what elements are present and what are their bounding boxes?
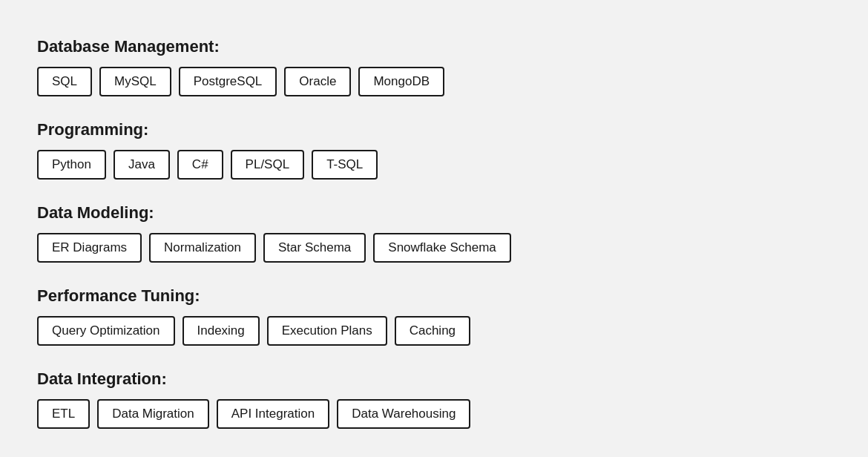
tag-star-schema: Star Schema (263, 233, 366, 263)
tags-programming: PythonJavaC#PL/SQLT-SQL (37, 150, 831, 180)
section-title-data-integration: Data Integration: (37, 369, 831, 389)
tag-data-migration: Data Migration (97, 399, 209, 429)
section-title-database-management: Database Management: (37, 37, 831, 56)
tag-java: Java (114, 150, 170, 180)
tag-postgresql: PostgreSQL (179, 67, 277, 96)
tag-api-integration: API Integration (217, 399, 329, 429)
tag-oracle: Oracle (284, 67, 351, 96)
tag-mysql: MySQL (99, 67, 171, 96)
main-content: Database Management:SQLMySQLPostgreSQLOr… (0, 0, 868, 457)
section-database-management: Database Management:SQLMySQLPostgreSQLOr… (37, 37, 831, 96)
tags-performance-tuning: Query OptimizationIndexingExecution Plan… (37, 316, 831, 346)
tag-sql: SQL (37, 67, 92, 96)
tag-snowflake-schema: Snowflake Schema (373, 233, 511, 263)
section-performance-tuning: Performance Tuning:Query OptimizationInd… (37, 286, 831, 346)
tags-database-management: SQLMySQLPostgreSQLOracleMongoDB (37, 67, 831, 96)
section-title-data-modeling: Data Modeling: (37, 203, 831, 223)
tag-mongodb: MongoDB (358, 67, 444, 96)
tag-t-sql: T-SQL (312, 150, 378, 180)
tag-pl-sql: PL/SQL (231, 150, 305, 180)
tag-caching: Caching (395, 316, 470, 346)
section-data-integration: Data Integration:ETLData MigrationAPI In… (37, 369, 831, 429)
section-title-programming: Programming: (37, 120, 831, 139)
tag-data-warehousing: Data Warehousing (337, 399, 470, 429)
tag-indexing: Indexing (183, 316, 260, 346)
tag-etl: ETL (37, 399, 90, 429)
tag-query-optimization: Query Optimization (37, 316, 175, 346)
tag-python: Python (37, 150, 106, 180)
section-title-performance-tuning: Performance Tuning: (37, 286, 831, 306)
tag-c-: C# (177, 150, 223, 180)
tag-normalization: Normalization (149, 233, 256, 263)
tag-er-diagrams: ER Diagrams (37, 233, 142, 263)
section-programming: Programming:PythonJavaC#PL/SQLT-SQL (37, 120, 831, 180)
tags-data-integration: ETLData MigrationAPI IntegrationData War… (37, 399, 831, 429)
section-data-modeling: Data Modeling:ER DiagramsNormalizationSt… (37, 203, 831, 263)
tag-execution-plans: Execution Plans (267, 316, 387, 346)
tags-data-modeling: ER DiagramsNormalizationStar SchemaSnowf… (37, 233, 831, 263)
